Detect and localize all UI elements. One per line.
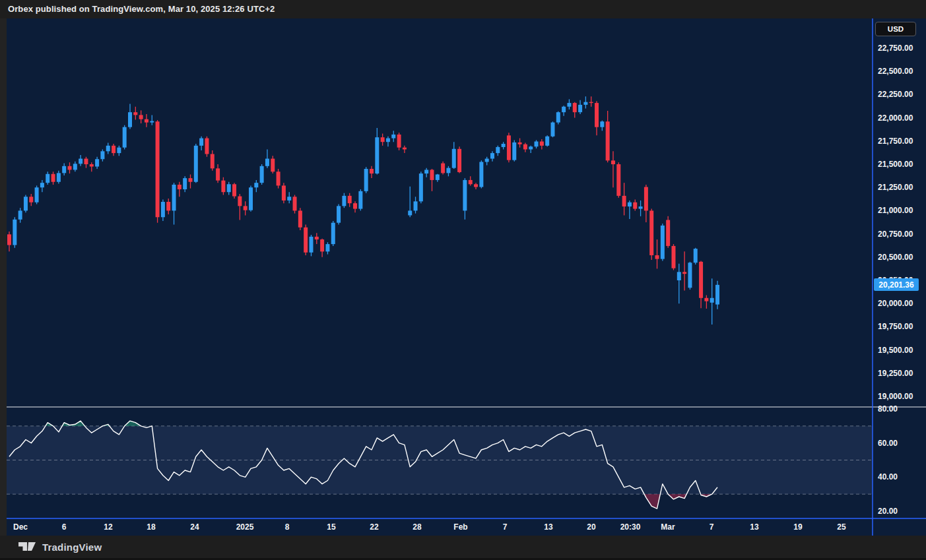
tradingview-logo-icon (18, 542, 36, 552)
footer-bar: TradingView (0, 536, 926, 560)
tradingview-logo-link[interactable]: TradingView (18, 542, 102, 553)
currency-button[interactable]: USD (875, 22, 916, 36)
tradingview-brand-text: TradingView (42, 542, 102, 553)
last-price-badge: 20,201.36 (874, 278, 919, 291)
currency-button-label: USD (888, 25, 904, 33)
last-price-value: 20,201.36 (878, 280, 913, 290)
candlestick-rsi-chart[interactable] (0, 0, 926, 560)
published-chart-page: Orbex published on TradingView.com, Mar … (0, 0, 926, 560)
